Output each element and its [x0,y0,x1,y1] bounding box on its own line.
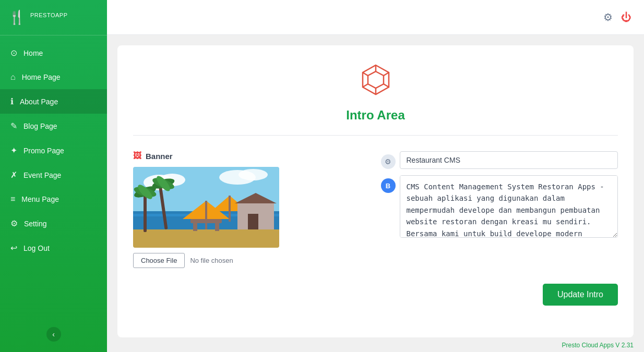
home-page-icon: ⌂ [10,72,16,82]
sidebar-label-event-page: Event Page [23,171,61,179]
svg-rect-33 [248,214,258,229]
bold-icon: B [381,178,396,193]
svg-line-3 [384,72,389,76]
sidebar: 🍴 PRESTOAPP ⊙ Home ⌂ Home Page ℹ About P… [0,0,107,352]
laravel-logo [355,61,397,103]
promo-icon: ✦ [10,145,17,155]
sidebar-item-home[interactable]: ⊙ Home [0,41,107,65]
beach-scene-svg [133,167,279,248]
banner-preview [133,167,279,248]
sidebar-item-logout[interactable]: ↩ Log Out [0,236,107,260]
sidebar-item-home-page[interactable]: ⌂ Home Page [0,65,107,89]
logout-icon: ↩ [10,243,17,253]
sidebar-label-menu-page: Menu Page [21,195,59,203]
chevron-left-icon: ‹ [52,330,55,338]
version-text: Presto Cloud Apps V 2.31 [562,342,634,349]
fork-knife-icon: 🍴 [8,9,25,26]
title-gear-icon: ⚙ [381,154,396,169]
sidebar-item-setting[interactable]: ⚙ Setting [0,211,107,236]
settings-icon[interactable]: ⚙ [603,11,613,23]
sidebar-item-blog-page[interactable]: ✎ Blog Page [0,114,107,138]
footer: Presto Cloud Apps V 2.31 [107,338,644,352]
sidebar-item-about-page[interactable]: ℹ About Page [0,89,107,114]
no-file-label: No file chosen [190,257,233,264]
form-left: 🖼 Banner [133,151,371,268]
form-right: ⚙ B CMS Content Management System Restor… [381,151,618,268]
sidebar-label-setting: Setting [24,220,47,228]
svg-rect-30 [215,223,219,231]
sidebar-label-home-page: Home Page [22,73,61,81]
sidebar-toggle-button[interactable]: ‹ [46,327,61,342]
update-btn-row: Update Intro [133,284,618,306]
about-icon: ℹ [10,96,14,106]
sidebar-label-logout: Log Out [23,244,50,252]
banner-label-text: Banner [146,152,173,161]
title-field-wrapper: ⚙ [381,151,618,169]
choose-file-button[interactable]: Choose File [133,253,185,268]
main-area: ⚙ ⏻ [107,0,644,352]
svg-line-4 [363,72,368,76]
content-area: Intro Area 🖼 Banner [107,35,644,338]
svg-marker-1 [368,71,384,88]
sidebar-item-menu-page[interactable]: ≡ Menu Page [0,187,107,211]
intro-card: Intro Area 🖼 Banner [117,45,634,337]
intro-header: Intro Area [133,61,618,136]
menu-icon: ≡ [10,195,15,204]
svg-rect-15 [133,229,279,248]
svg-rect-28 [190,219,222,223]
event-icon: ✗ [10,170,17,180]
setting-icon: ⚙ [10,219,18,228]
description-textarea[interactable]: CMS Content Management System Restoran A… [400,175,618,238]
banner-label: 🖼 Banner [133,151,371,161]
sidebar-item-promo-page[interactable]: ✦ Promo Page [0,138,107,163]
power-icon[interactable]: ⏻ [621,11,631,23]
svg-rect-27 [229,196,231,222]
svg-rect-16 [144,193,147,232]
file-input-wrapper: Choose File No file chosen [133,253,371,268]
sidebar-label-about-page: About Page [20,98,58,106]
topbar: ⚙ ⏻ [107,0,644,35]
title-input[interactable] [400,151,618,169]
svg-rect-29 [193,223,197,231]
home-icon: ⊙ [10,48,17,58]
svg-rect-25 [205,201,207,229]
app-title-text: PRESTO [30,12,55,18]
description-field-wrapper: B CMS Content Management System Restoran… [381,175,618,238]
svg-line-7 [363,84,368,87]
form-row: 🖼 Banner [133,151,618,268]
blog-icon: ✎ [10,121,17,131]
sidebar-nav: ⊙ Home ⌂ Home Page ℹ About Page ✎ Blog P… [0,35,107,327]
svg-line-6 [384,84,389,87]
image-icon: 🖼 [133,151,141,161]
svg-point-12 [238,169,268,180]
sidebar-label-blog-page: Blog Page [23,122,57,130]
sidebar-header: 🍴 PRESTOAPP [0,0,107,35]
app-title: PRESTOAPP [30,12,68,23]
update-intro-button[interactable]: Update Intro [543,284,618,306]
sidebar-item-event-page[interactable]: ✗ Event Page [0,163,107,187]
sidebar-label-promo-page: Promo Page [23,147,64,155]
sidebar-label-home: Home [23,49,43,57]
section-title: Intro Area [346,108,404,123]
app-title-sup: APP [55,12,68,18]
